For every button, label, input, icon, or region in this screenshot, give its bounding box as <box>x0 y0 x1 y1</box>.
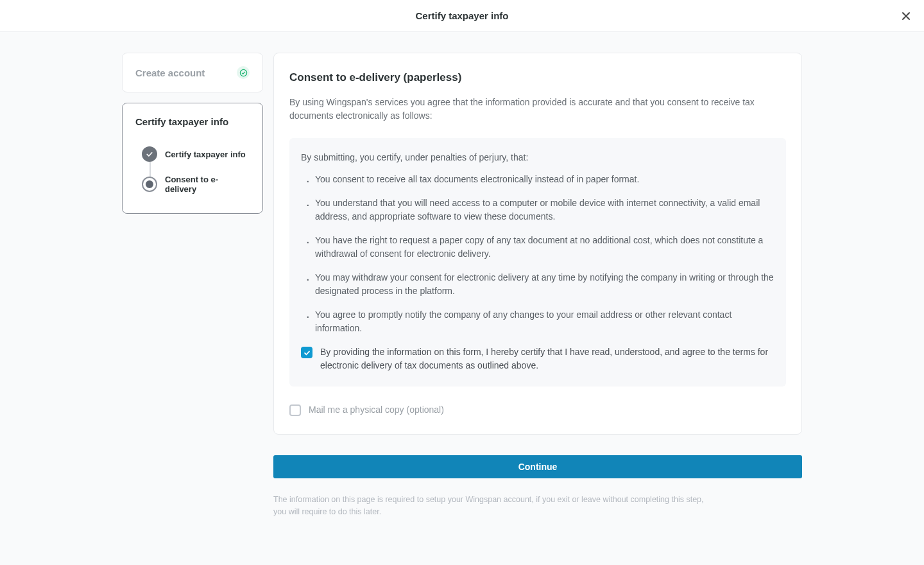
sidebar-card-title: Certify taxpayer info <box>135 116 228 127</box>
panel-heading: Consent to e-delivery (paperless) <box>289 71 786 84</box>
panel-intro: By using Wingspan's services you agree t… <box>289 96 786 123</box>
sidebar-card-certify: Certify taxpayer info Certify taxpayer i… <box>122 103 263 214</box>
footnote: The information on this page is required… <box>273 494 710 518</box>
checkmark-icon <box>304 349 311 356</box>
consent-confirm-checkbox[interactable] <box>301 347 312 358</box>
sidebar-card-title: Create account <box>135 67 205 78</box>
consent-item: You understand that you will need access… <box>301 196 774 223</box>
consent-panel: Consent to e-delivery (paperless) By usi… <box>273 53 802 435</box>
mail-copy-label: Mail me a physical copy (optional) <box>309 404 444 415</box>
consent-box: By submitting, you certify, under penalt… <box>289 138 786 387</box>
consent-item: You may withdraw your consent for electr… <box>301 271 774 298</box>
mail-copy-checkbox[interactable] <box>289 404 301 416</box>
close-icon <box>901 11 911 21</box>
check-badge-icon <box>237 66 250 79</box>
mail-copy-row[interactable]: Mail me a physical copy (optional) <box>289 403 786 416</box>
consent-item: You consent to receive all tax documents… <box>301 173 774 186</box>
sidebar-card-create-account: Create account <box>122 53 263 92</box>
step-label: Consent to e-delivery <box>165 175 250 194</box>
stepper-sidebar: Create account Certify taxpayer info <box>122 53 263 224</box>
main-column: Consent to e-delivery (paperless) By usi… <box>273 53 802 518</box>
sidebar-steps: Certify taxpayer info Consent to e-deliv… <box>135 140 250 200</box>
step-label: Certify taxpayer info <box>165 150 246 159</box>
modal-header: Certify taxpayer info <box>0 0 924 32</box>
sidebar-step-consent[interactable]: Consent to e-delivery <box>135 168 250 200</box>
consent-item: You have the right to request a paper co… <box>301 234 774 261</box>
main-container: Create account Certify taxpayer info <box>122 32 802 557</box>
step-current-icon <box>142 177 157 192</box>
consent-list: You consent to receive all tax documents… <box>301 173 774 335</box>
consent-lead: By submitting, you certify, under penalt… <box>301 152 774 162</box>
sidebar-step-certify[interactable]: Certify taxpayer info <box>135 140 250 168</box>
consent-confirm-row[interactable]: By providing the information on this for… <box>301 345 774 372</box>
close-button[interactable] <box>898 8 914 24</box>
continue-button[interactable]: Continue <box>273 455 802 478</box>
consent-confirm-label: By providing the information on this for… <box>320 345 774 372</box>
step-done-icon <box>142 146 157 162</box>
modal-title: Certify taxpayer info <box>415 10 508 21</box>
consent-item: You agree to promptly notify the company… <box>301 308 774 335</box>
